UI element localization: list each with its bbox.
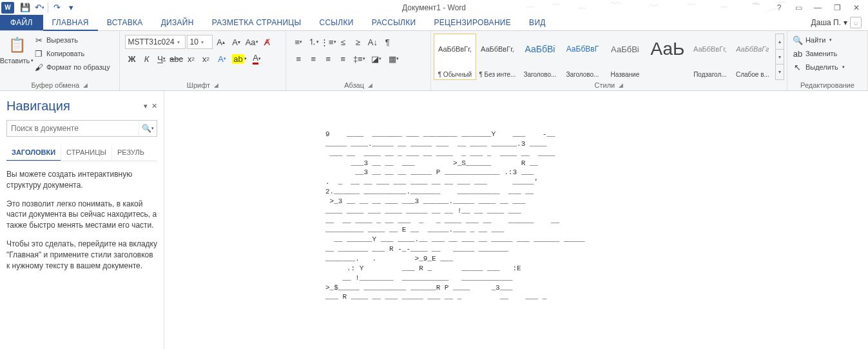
document-area[interactable]: 9 ____ _______ ___ ________ _______Y ___… bbox=[164, 91, 868, 349]
strikethrough-button[interactable]: abc bbox=[169, 52, 184, 66]
clipboard-icon: 📋 bbox=[6, 35, 27, 55]
sort-button[interactable]: A↓ bbox=[365, 35, 380, 49]
style-item[interactable]: АаБбВвГг,¶ Обычный bbox=[434, 34, 476, 80]
nav-help-text-3: Чтобы это сделать, перейдите на вкладку … bbox=[6, 239, 157, 271]
grow-font-button[interactable]: A▴ bbox=[214, 35, 228, 49]
increase-indent-button[interactable]: ≥ bbox=[351, 35, 365, 49]
styles-gallery[interactable]: АаБбВвГг,¶ ОбычныйАаБбВвГг,¶ Без инте...… bbox=[434, 34, 774, 80]
qat-customize[interactable]: ▾ bbox=[64, 1, 78, 14]
cursor-icon: ↖ bbox=[793, 63, 803, 72]
decorative-birds bbox=[520, 0, 791, 15]
clipboard-group-label: Буфер обмена bbox=[31, 81, 79, 89]
gallery-scroll-up[interactable]: ▴ bbox=[776, 34, 784, 50]
restore-button[interactable]: ❐ bbox=[828, 1, 846, 14]
find-button[interactable]: 🔍Найти▾ bbox=[791, 34, 846, 46]
font-name-combo[interactable]: MSTT31c024▾ bbox=[125, 35, 186, 49]
paragraph-group-label: Абзац bbox=[344, 81, 364, 89]
show-marks-button[interactable]: ¶ bbox=[380, 35, 394, 49]
nav-pane-menu[interactable]: ▾ bbox=[144, 102, 148, 110]
multilevel-button[interactable]: ⋮≡▾ bbox=[321, 35, 335, 49]
qat-undo[interactable]: ↶▾ bbox=[32, 1, 46, 14]
bold-button[interactable]: Ж bbox=[125, 52, 139, 66]
font-color-button[interactable]: A▾ bbox=[249, 52, 265, 66]
minimize-button[interactable]: — bbox=[809, 1, 827, 14]
word-app-icon: W bbox=[1, 2, 14, 14]
nav-tab-results[interactable]: РЕЗУЛЬ bbox=[111, 145, 149, 161]
styles-gallery-scroll[interactable]: ▴ ▾ ▾ bbox=[775, 34, 784, 80]
account-name: Даша П. bbox=[811, 18, 841, 27]
navigation-pane: Навигация ▾ ✕ 🔍▾ ЗАГОЛОВКИ СТРАНИЦЫ РЕЗУ… bbox=[0, 91, 164, 349]
copy-icon: ❐ bbox=[34, 49, 44, 59]
clipboard-dialog-launcher[interactable]: ◢ bbox=[83, 82, 88, 88]
text-effects-button[interactable]: A▾ bbox=[214, 52, 231, 66]
select-button[interactable]: ↖Выделить▾ bbox=[791, 61, 846, 74]
ribbon-display-options[interactable]: ▭ bbox=[789, 1, 807, 14]
binoculars-icon: 🔍 bbox=[793, 35, 803, 45]
style-item[interactable]: АаБбВвГгСлабое в... bbox=[731, 34, 774, 80]
underline-button[interactable]: Ч▾ bbox=[155, 52, 169, 66]
tab-design[interactable]: ДИЗАЙН bbox=[152, 15, 203, 30]
nav-help-text-1: Вы можете создать интерактивную структур… bbox=[6, 169, 157, 191]
style-item[interactable]: АаБбВвГг,¶ Без инте... bbox=[476, 34, 519, 80]
tab-home[interactable]: ГЛАВНАЯ bbox=[43, 15, 98, 31]
paragraph-dialog-launcher[interactable]: ◢ bbox=[368, 82, 372, 88]
search-button[interactable]: 🔍▾ bbox=[139, 121, 157, 136]
borders-button[interactable]: ▦▾ bbox=[385, 52, 402, 66]
avatar-icon: ☺ bbox=[850, 17, 862, 28]
clear-formatting-button[interactable]: A̸ bbox=[260, 35, 275, 49]
brush-icon: 🖌 bbox=[34, 63, 44, 72]
tab-page-layout[interactable]: РАЗМЕТКА СТРАНИЦЫ bbox=[203, 15, 311, 30]
nav-tab-headings[interactable]: ЗАГОЛОВКИ bbox=[6, 145, 61, 161]
search-input[interactable] bbox=[7, 121, 139, 136]
styles-dialog-launcher[interactable]: ◢ bbox=[619, 82, 623, 88]
justify-button[interactable]: ≡ bbox=[336, 52, 350, 66]
tab-insert[interactable]: ВСТАВКА bbox=[98, 15, 152, 30]
scissors-icon: ✂ bbox=[34, 35, 44, 45]
paste-button[interactable]: 📋 Вставить▾ bbox=[3, 32, 31, 65]
superscript-button[interactable]: x2 bbox=[199, 52, 213, 66]
tab-file[interactable]: ФАЙЛ bbox=[0, 15, 43, 30]
style-item[interactable]: АаЬ bbox=[646, 34, 689, 80]
style-item[interactable]: АаБбВіНазвание bbox=[604, 34, 646, 80]
document-page[interactable]: 9 ____ _______ ___ ________ _______Y ___… bbox=[261, 97, 789, 349]
shrink-font-button[interactable]: A▾ bbox=[229, 35, 244, 49]
format-painter-button[interactable]: 🖌Формат по образцу bbox=[32, 61, 111, 74]
qat-save[interactable]: 💾 bbox=[18, 1, 32, 14]
align-left-button[interactable]: ≡ bbox=[291, 52, 305, 66]
copy-button[interactable]: ❐Копировать bbox=[32, 47, 111, 60]
decrease-indent-button[interactable]: ≤ bbox=[336, 35, 350, 49]
window-title: Документ1 - Word bbox=[402, 3, 466, 12]
font-dialog-launcher[interactable]: ◢ bbox=[214, 82, 218, 88]
italic-button[interactable]: К bbox=[140, 52, 154, 66]
replace-button[interactable]: abЗаменить bbox=[791, 47, 846, 60]
style-item[interactable]: АаБбВіЗаголово... bbox=[519, 34, 561, 80]
tab-references[interactable]: ССЫЛКИ bbox=[310, 15, 362, 30]
nav-pane-close[interactable]: ✕ bbox=[151, 102, 157, 110]
change-case-button[interactable]: Aa▾ bbox=[245, 35, 259, 49]
tab-mailings[interactable]: РАССЫЛКИ bbox=[363, 15, 425, 30]
align-center-button[interactable]: ≡ bbox=[306, 52, 320, 66]
font-size-combo[interactable]: 10▾ bbox=[187, 35, 213, 49]
account-menu[interactable]: Даша П. ▾ ☺ bbox=[811, 15, 868, 30]
navigation-title: Навигация bbox=[6, 99, 70, 114]
numbering-button[interactable]: ⒈▾ bbox=[306, 35, 320, 49]
style-item[interactable]: АаБбВвГЗаголово... bbox=[561, 34, 604, 80]
align-right-button[interactable]: ≡ bbox=[321, 52, 335, 66]
qat-redo[interactable]: ↷ bbox=[50, 1, 64, 14]
tab-view[interactable]: ВИД bbox=[520, 15, 555, 30]
gallery-expand[interactable]: ▾ bbox=[776, 65, 784, 79]
nav-help-text-2: Это позволит легко понимать, в какой час… bbox=[6, 199, 157, 231]
shading-button[interactable]: ◪▾ bbox=[368, 52, 385, 66]
cut-button[interactable]: ✂Вырезать bbox=[32, 34, 111, 46]
nav-tab-pages[interactable]: СТРАНИЦЫ bbox=[61, 145, 111, 161]
close-button[interactable]: ✕ bbox=[847, 1, 865, 14]
subscript-button[interactable]: x2 bbox=[184, 52, 198, 66]
tab-review[interactable]: РЕЦЕНЗИРОВАНИЕ bbox=[425, 15, 520, 30]
replace-icon: ab bbox=[793, 49, 803, 59]
gallery-scroll-down[interactable]: ▾ bbox=[776, 50, 784, 65]
line-spacing-button[interactable]: ‡≡▾ bbox=[351, 52, 367, 66]
highlight-button[interactable]: ab▾ bbox=[231, 52, 248, 66]
bullets-button[interactable]: ≡▾ bbox=[291, 35, 305, 49]
style-item[interactable]: АаБбВвГг,Подзагол... bbox=[689, 34, 731, 80]
editing-group-label: Редактирование bbox=[800, 81, 854, 89]
